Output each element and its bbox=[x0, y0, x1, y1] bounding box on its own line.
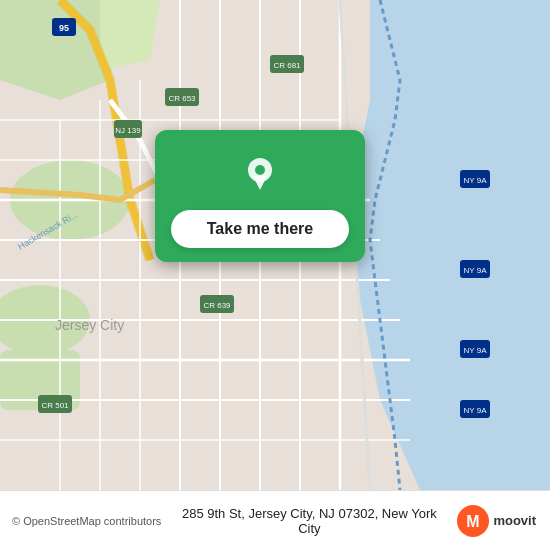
bottom-bar: © OpenStreetMap contributors 285 9th St,… bbox=[0, 490, 550, 550]
moovit-label: moovit bbox=[493, 513, 536, 528]
svg-text:NY 9A: NY 9A bbox=[464, 346, 488, 355]
svg-text:95: 95 bbox=[59, 23, 69, 33]
svg-text:CR 681: CR 681 bbox=[273, 61, 301, 70]
svg-text:NY 9A: NY 9A bbox=[464, 266, 488, 275]
take-me-there-button[interactable]: Take me there bbox=[171, 210, 349, 248]
svg-text:CR 653: CR 653 bbox=[168, 94, 196, 103]
map-container: 95 NJ 139 CR 653 CR 681 CR 639 bbox=[0, 0, 550, 490]
moovit-icon: M bbox=[457, 505, 489, 537]
svg-text:M: M bbox=[467, 513, 480, 530]
map-attribution: © OpenStreetMap contributors bbox=[12, 515, 161, 527]
moovit-logo: M moovit bbox=[457, 505, 536, 537]
map-pin-icon bbox=[234, 148, 286, 200]
location-card: Take me there bbox=[155, 130, 365, 262]
svg-text:NY 9A: NY 9A bbox=[464, 176, 488, 185]
address-text: 285 9th St, Jersey City, NJ 07302, New Y… bbox=[161, 506, 457, 536]
svg-text:NY 9A: NY 9A bbox=[464, 406, 488, 415]
svg-text:NJ 139: NJ 139 bbox=[115, 126, 141, 135]
svg-text:Jersey City: Jersey City bbox=[55, 317, 124, 333]
svg-text:CR 501: CR 501 bbox=[41, 401, 69, 410]
svg-point-51 bbox=[255, 165, 265, 175]
svg-text:CR 639: CR 639 bbox=[203, 301, 231, 310]
